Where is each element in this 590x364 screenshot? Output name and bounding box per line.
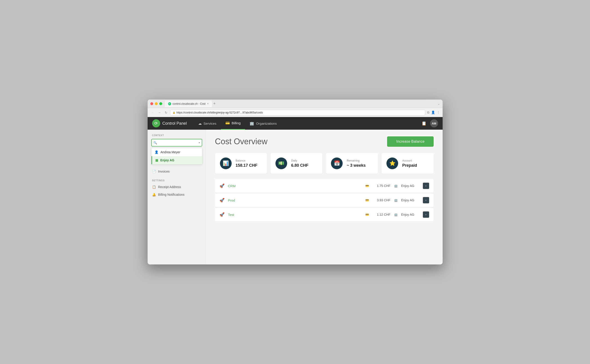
url-text: https://control.cloudscale.ch/billing/en… (177, 111, 263, 114)
nav-organizations[interactable]: 🏢 Organizations (245, 117, 281, 130)
nav-organizations-label: Organizations (256, 122, 277, 125)
dropdown-item-andrea-meyer[interactable]: 👤 Andrea Meyer (151, 148, 202, 156)
service-list: 🚀 CRM 💳 1.75 CHF 🏢 Enjoy AG › 🚀 Prod 💳 3… (215, 179, 434, 221)
page-title: Cost Overview (215, 137, 268, 146)
balance-value: 158.17 CHF (236, 163, 258, 168)
service-row-prod: 🚀 Prod 💳 3.93 CHF 🏢 Enjoy AG › (215, 194, 434, 207)
stat-card-balance: 📊 Balance 158.17 CHF (215, 153, 267, 174)
context-dropdown-list: 👤 Andrea Meyer ▦ Enjoy AG (151, 148, 202, 164)
browser-window: ⟳ control.cloudscale.ch - Cost ✕ + ⌄ ← →… (148, 99, 443, 265)
new-tab-button[interactable]: + (213, 101, 216, 106)
remaining-label: Remaining (347, 159, 366, 162)
sidebar-item-receipt-address[interactable]: 📋 Receipt Address (148, 183, 206, 191)
remaining-value: ~ 3 weeks (347, 163, 366, 168)
browser-navbar: ← → ↻ 🔒 https://control.cloudscale.ch/bi… (148, 108, 443, 117)
tab-close-icon[interactable]: ✕ (207, 103, 209, 105)
service-arrow-crm[interactable]: › (423, 183, 429, 189)
stats-row: 📊 Balance 158.17 CHF 💵 Daily 6.80 CHF (215, 153, 434, 174)
sidebar-item-billing-notifications-label: Billing Notifications (158, 193, 185, 196)
settings-label: SETTINGS (148, 179, 206, 182)
context-search-input[interactable] (151, 139, 202, 147)
cost-icon-crm: 💳 (365, 184, 369, 188)
service-arrow-prod[interactable]: › (423, 197, 429, 203)
daily-icon: 💵 (275, 157, 287, 169)
chevron-down-icon: ▾ (199, 141, 200, 144)
app-name: Control Panel (162, 121, 187, 126)
billing-icon: 💳 (225, 121, 230, 125)
sidebar-nav: 📄 Invoices SETTINGS 📋 Receipt Address 🔔 … (148, 168, 206, 198)
cloud-icon: ☁ (198, 121, 202, 126)
app: ⟳ Control Panel ☁ Services 💳 Billing 🏢 O… (148, 117, 443, 265)
service-org-crm: Enjoy AG (401, 184, 419, 188)
menu-icon[interactable]: ⋮ (437, 110, 440, 114)
daily-value: 6.80 CHF (291, 163, 309, 168)
reload-button[interactable]: ↻ (164, 110, 168, 115)
profile-icon[interactable]: 👤 (431, 110, 435, 114)
service-org-prod: Enjoy AG (401, 198, 419, 202)
balance-icon: 📊 (220, 157, 232, 169)
invoice-icon: 📄 (152, 170, 156, 173)
dropdown-item-label: Enjoy AG (160, 158, 175, 162)
user-avatar[interactable]: AM (430, 119, 438, 127)
building-icon: ▦ (155, 158, 158, 162)
cast-icon[interactable]: ⧉ (427, 110, 429, 114)
service-row-test: 🚀 Test 💳 1.12 CHF 🏢 Enjoy AG › (215, 208, 434, 221)
address-bar[interactable]: 🔒 https://control.cloudscale.ch/billing/… (170, 110, 425, 116)
account-icon: ⭐ (386, 157, 398, 169)
service-org-test: Enjoy AG (401, 213, 419, 216)
minimize-button[interactable] (155, 102, 158, 105)
increase-balance-button[interactable]: Increase Balance (387, 136, 433, 147)
tab-title: control.cloudscale.ch - Cost (173, 102, 206, 105)
close-button[interactable] (150, 102, 153, 105)
org-icon-prod: 🏢 (394, 199, 398, 202)
remaining-info: Remaining ~ 3 weeks (347, 159, 366, 168)
balance-label: Balance (236, 159, 258, 162)
back-button[interactable]: ← (150, 110, 155, 115)
nav-right: 📋 AM (421, 119, 438, 127)
page-header: Cost Overview Increase Balance (215, 136, 434, 147)
stat-card-account: ⭐ Account Prepaid (382, 153, 433, 174)
sidebar-item-invoices[interactable]: 📄 Invoices (148, 168, 206, 175)
remaining-icon: 📅 (331, 157, 343, 169)
tab-list-dropdown[interactable]: ⌄ (438, 102, 440, 105)
context-search-wrapper: 🔍 ▾ (148, 139, 206, 147)
service-icon-prod: 🚀 (220, 198, 224, 203)
dropdown-item-label: Andrea Meyer (161, 150, 180, 154)
nav-services[interactable]: ☁ Services (194, 117, 221, 130)
forward-button[interactable]: → (157, 110, 162, 115)
clipboard-icon[interactable]: 📋 (421, 121, 427, 126)
person-icon: 👤 (155, 150, 158, 154)
app-logo: ⟳ Control Panel (152, 119, 187, 127)
tab-bar: ⟳ control.cloudscale.ch - Cost ✕ + ⌄ (165, 100, 440, 107)
daily-info: Daily 6.80 CHF (291, 159, 309, 168)
service-name-prod[interactable]: Prod (228, 198, 362, 202)
sidebar-item-receipt-label: Receipt Address (158, 185, 181, 189)
logo-icon: ⟳ (152, 119, 160, 127)
maximize-button[interactable] (159, 102, 162, 105)
nav-links: ☁ Services 💳 Billing 🏢 Organizations (194, 117, 421, 130)
nav-billing-label: Billing (232, 121, 241, 125)
browser-tab[interactable]: ⟳ control.cloudscale.ch - Cost ✕ (165, 100, 212, 107)
service-name-test[interactable]: Test (228, 213, 362, 217)
app-body: CONTEXT 🔍 ▾ 👤 Andrea Meyer ▦ Enjo (148, 130, 443, 265)
cost-icon-prod: 💳 (365, 199, 369, 202)
service-cost-crm: 1.75 CHF (373, 184, 390, 188)
nav-billing[interactable]: 💳 Billing (221, 117, 245, 130)
org-icon-crm: 🏢 (394, 184, 398, 188)
service-name-crm[interactable]: CRM (228, 184, 362, 188)
service-arrow-test[interactable]: › (423, 211, 429, 218)
account-label: Account (402, 159, 417, 162)
stat-card-daily: 💵 Daily 6.80 CHF (271, 153, 322, 174)
daily-label: Daily (291, 159, 309, 162)
search-icon: 🔍 (153, 141, 157, 144)
cost-icon-test: 💳 (365, 213, 369, 216)
browser-titlebar: ⟳ control.cloudscale.ch - Cost ✕ + ⌄ (148, 99, 443, 108)
context-label: CONTEXT (148, 134, 206, 136)
service-icon-crm: 🚀 (220, 183, 224, 188)
account-value: Prepaid (402, 163, 417, 168)
sidebar-item-billing-notifications[interactable]: 🔔 Billing Notifications (148, 191, 206, 198)
dropdown-item-enjoy-ag[interactable]: ▦ Enjoy AG (151, 156, 202, 164)
org-icon-test: 🏢 (394, 213, 398, 216)
settings-section: SETTINGS 📋 Receipt Address 🔔 Billing Not… (148, 179, 206, 198)
app-nav: ⟳ Control Panel ☁ Services 💳 Billing 🏢 O… (148, 117, 443, 130)
